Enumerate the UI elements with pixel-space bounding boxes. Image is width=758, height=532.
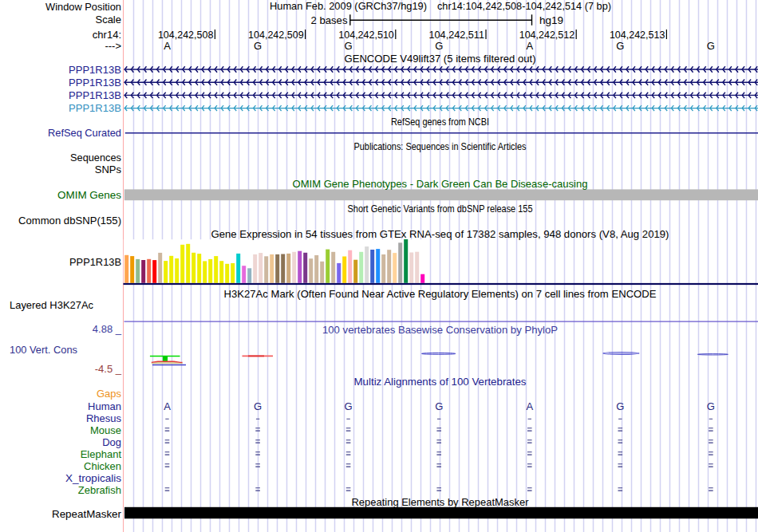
svg-text:Scale: Scale — [95, 14, 121, 26]
svg-text:PPP1R13B: PPP1R13B — [69, 64, 121, 76]
svg-text:A: A — [526, 40, 533, 52]
svg-text:PPP1R13B: PPP1R13B — [69, 102, 121, 114]
svg-text:RepeatMasker: RepeatMasker — [52, 508, 122, 520]
svg-text:100 vertebrates Basewise Conse: 100 vertebrates Basewise Conservation by… — [322, 324, 558, 336]
svg-text:RefSeq genes from NCBI: RefSeq genes from NCBI — [391, 116, 489, 128]
svg-text:GENCODE V49lift37 (5 items fil: GENCODE V49lift37 (5 items filtered out) — [345, 53, 536, 65]
svg-text:G: G — [345, 400, 353, 412]
svg-text:-4.5 _: -4.5 _ — [95, 363, 122, 375]
svg-text:Sequences: Sequences — [70, 152, 121, 164]
svg-text:Window Position: Window Position — [45, 1, 121, 13]
svg-text:Publications: Sequences in Sci: Publications: Sequences in Scientific Ar… — [354, 140, 527, 152]
svg-text:Human Feb. 2009 (GRCh37/hg19): Human Feb. 2009 (GRCh37/hg19) — [270, 0, 427, 12]
svg-text:Layered H3K27Ac: Layered H3K27Ac — [10, 299, 93, 311]
svg-text:PPP1R13B: PPP1R13B — [69, 256, 121, 268]
svg-text:104,242,511: 104,242,511 — [429, 30, 485, 41]
svg-text:chr14:: chr14: — [93, 29, 121, 41]
svg-text:--->: ---> — [105, 40, 121, 52]
svg-text:Short Genetic Variants from db: Short Genetic Variants from dbSNP releas… — [348, 203, 533, 215]
svg-text:4.88 _: 4.88 _ — [93, 323, 122, 335]
svg-text:hg19: hg19 — [539, 14, 563, 26]
svg-text:Repeating Elements by RepeatMa: Repeating Elements by RepeatMasker — [352, 496, 530, 508]
svg-text:G: G — [435, 40, 443, 52]
svg-text:OMIM Genes: OMIM Genes — [57, 189, 122, 201]
svg-text:Chicken: Chicken — [84, 460, 121, 472]
svg-text:Elephant: Elephant — [81, 448, 122, 460]
svg-text:G: G — [435, 400, 443, 412]
svg-text:RefSeq Curated: RefSeq Curated — [48, 127, 121, 139]
svg-text:G: G — [345, 40, 353, 52]
svg-text:104,242,508: 104,242,508 — [158, 30, 214, 41]
svg-text:Dog: Dog — [102, 436, 121, 448]
svg-text:PPP1R13B: PPP1R13B — [69, 77, 121, 89]
svg-text:PPP1R13B: PPP1R13B — [69, 89, 121, 101]
svg-text:G: G — [254, 40, 262, 52]
svg-text:Rhesus: Rhesus — [86, 412, 122, 424]
svg-text:G: G — [616, 400, 624, 412]
svg-text:Zebrafish: Zebrafish — [78, 484, 121, 496]
svg-text:Mouse: Mouse — [90, 424, 121, 436]
svg-text:Gene Expression in 54 tissues: Gene Expression in 54 tissues from GTEx … — [211, 228, 669, 240]
svg-text:A: A — [526, 400, 533, 412]
svg-text:OMIM Gene Phenotypes - Dark Gr: OMIM Gene Phenotypes - Dark Green Can Be… — [293, 178, 588, 190]
svg-text:100 Vert. Cons: 100 Vert. Cons — [10, 344, 77, 356]
svg-text:104,242,509: 104,242,509 — [248, 30, 304, 41]
svg-text:A: A — [164, 400, 171, 412]
svg-text:G: G — [254, 400, 262, 412]
svg-text:Multiz Alignments of 100 Verte: Multiz Alignments of 100 Vertebrates — [354, 376, 527, 388]
svg-text:Gaps: Gaps — [97, 388, 122, 400]
svg-text:X_tropicalis: X_tropicalis — [65, 472, 122, 484]
svg-text:Common dbSNP(155): Common dbSNP(155) — [18, 215, 121, 227]
svg-text:G: G — [707, 400, 715, 412]
svg-text:104,242,513: 104,242,513 — [610, 30, 665, 41]
svg-text:SNPs: SNPs — [95, 164, 122, 175]
svg-text:2 bases: 2 bases — [311, 14, 348, 26]
svg-text:chr14:104,242,508-104,242,514: chr14:104,242,508-104,242,514 (7 bp) — [437, 0, 611, 12]
svg-text:H3K27Ac Mark (Often Found Near: H3K27Ac Mark (Often Found Near Active Re… — [224, 288, 657, 300]
svg-text:G: G — [707, 40, 715, 52]
svg-text:A: A — [164, 40, 171, 52]
svg-text:104,242,512: 104,242,512 — [519, 30, 575, 41]
svg-text:G: G — [616, 40, 624, 52]
svg-text:Human: Human — [88, 400, 121, 412]
svg-text:104,242,510: 104,242,510 — [338, 30, 394, 41]
